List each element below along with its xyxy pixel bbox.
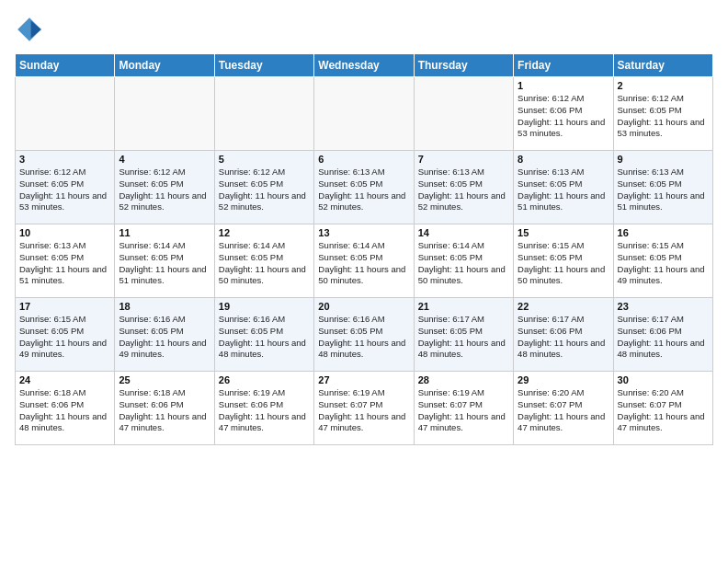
sunset-label: Sunset: 6:05 PM bbox=[618, 178, 682, 189]
calendar-cell bbox=[16, 77, 115, 151]
sunrise-label: Sunrise: 6:12 AM bbox=[19, 167, 85, 177]
calendar-cell: 20Sunrise: 6:16 AMSunset: 6:05 PMDayligh… bbox=[314, 298, 414, 372]
sunset-label: Sunset: 6:05 PM bbox=[418, 326, 483, 336]
sunrise-label: Sunrise: 6:13 AM bbox=[318, 167, 384, 177]
calendar-cell: 24Sunrise: 6:18 AMSunset: 6:06 PMDayligh… bbox=[16, 372, 115, 445]
day-detail: Sunrise: 6:15 AMSunset: 6:05 PMDaylight:… bbox=[518, 240, 609, 287]
sunset-label: Sunset: 6:05 PM bbox=[119, 178, 183, 189]
day-detail: Sunrise: 6:12 AMSunset: 6:05 PMDaylight:… bbox=[19, 167, 110, 213]
calendar-cell: 17Sunrise: 6:15 AMSunset: 6:05 PMDayligh… bbox=[16, 298, 115, 372]
daylight-label: Daylight: 11 hours and 47 minutes. bbox=[219, 411, 306, 433]
sunset-label: Sunset: 6:05 PM bbox=[318, 326, 382, 336]
calendar-header-friday: Friday bbox=[514, 54, 613, 77]
sunrise-label: Sunrise: 6:16 AM bbox=[219, 314, 285, 324]
sunset-label: Sunset: 6:05 PM bbox=[318, 178, 382, 189]
day-number: 18 bbox=[119, 301, 210, 312]
day-detail: Sunrise: 6:19 AMSunset: 6:06 PMDaylight:… bbox=[219, 387, 310, 434]
sunset-label: Sunset: 6:06 PM bbox=[119, 399, 183, 409]
day-number: 14 bbox=[418, 227, 509, 238]
day-number: 4 bbox=[119, 154, 210, 165]
daylight-label: Daylight: 11 hours and 47 minutes. bbox=[318, 411, 405, 433]
sunrise-label: Sunrise: 6:13 AM bbox=[418, 167, 484, 177]
daylight-label: Daylight: 11 hours and 47 minutes. bbox=[418, 411, 506, 433]
sunset-label: Sunset: 6:05 PM bbox=[219, 252, 283, 262]
sunset-label: Sunset: 6:07 PM bbox=[618, 399, 682, 409]
day-number: 10 bbox=[19, 227, 110, 238]
calendar-cell: 25Sunrise: 6:18 AMSunset: 6:06 PMDayligh… bbox=[115, 372, 214, 445]
calendar-cell: 3Sunrise: 6:12 AMSunset: 6:05 PMDaylight… bbox=[16, 151, 115, 224]
sunrise-label: Sunrise: 6:18 AM bbox=[119, 387, 185, 397]
day-number: 16 bbox=[618, 227, 709, 238]
sunrise-label: Sunrise: 6:14 AM bbox=[318, 240, 384, 250]
day-number: 2 bbox=[618, 80, 709, 91]
calendar-table: SundayMondayTuesdayWednesdayThursdayFrid… bbox=[15, 53, 713, 445]
day-detail: Sunrise: 6:12 AMSunset: 6:05 PMDaylight:… bbox=[618, 93, 709, 140]
day-detail: Sunrise: 6:12 AMSunset: 6:06 PMDaylight:… bbox=[518, 93, 609, 140]
sunset-label: Sunset: 6:05 PM bbox=[418, 252, 483, 262]
calendar-cell: 18Sunrise: 6:16 AMSunset: 6:05 PMDayligh… bbox=[115, 298, 214, 372]
sunset-label: Sunset: 6:05 PM bbox=[219, 178, 283, 189]
calendar-cell: 14Sunrise: 6:14 AMSunset: 6:05 PMDayligh… bbox=[414, 224, 513, 298]
daylight-label: Daylight: 11 hours and 52 minutes. bbox=[219, 190, 306, 213]
calendar-week-2: 10Sunrise: 6:13 AMSunset: 6:05 PMDayligh… bbox=[16, 224, 713, 298]
daylight-label: Daylight: 11 hours and 49 minutes. bbox=[618, 264, 705, 286]
sunrise-label: Sunrise: 6:13 AM bbox=[19, 240, 85, 250]
calendar-cell: 6Sunrise: 6:13 AMSunset: 6:05 PMDaylight… bbox=[314, 151, 414, 224]
sunrise-label: Sunrise: 6:17 AM bbox=[618, 314, 684, 324]
day-detail: Sunrise: 6:14 AMSunset: 6:05 PMDaylight:… bbox=[318, 240, 409, 287]
sunrise-label: Sunrise: 6:15 AM bbox=[518, 240, 584, 250]
calendar-cell: 26Sunrise: 6:19 AMSunset: 6:06 PMDayligh… bbox=[214, 372, 313, 445]
day-number: 8 bbox=[518, 154, 609, 165]
calendar-cell: 16Sunrise: 6:15 AMSunset: 6:05 PMDayligh… bbox=[613, 224, 712, 298]
day-detail: Sunrise: 6:13 AMSunset: 6:05 PMDaylight:… bbox=[19, 240, 110, 287]
sunrise-label: Sunrise: 6:13 AM bbox=[518, 167, 584, 177]
sunset-label: Sunset: 6:05 PM bbox=[618, 252, 682, 262]
day-number: 24 bbox=[19, 374, 110, 385]
day-detail: Sunrise: 6:19 AMSunset: 6:07 PMDaylight:… bbox=[418, 387, 509, 434]
calendar-header-thursday: Thursday bbox=[414, 54, 513, 77]
day-number: 21 bbox=[418, 301, 509, 312]
day-detail: Sunrise: 6:17 AMSunset: 6:06 PMDaylight:… bbox=[518, 314, 609, 361]
day-detail: Sunrise: 6:16 AMSunset: 6:05 PMDaylight:… bbox=[219, 314, 310, 361]
sunset-label: Sunset: 6:07 PM bbox=[418, 399, 483, 409]
sunrise-label: Sunrise: 6:19 AM bbox=[318, 387, 384, 397]
sunset-label: Sunset: 6:05 PM bbox=[618, 105, 682, 115]
day-number: 11 bbox=[119, 227, 210, 238]
day-number: 23 bbox=[618, 301, 709, 312]
day-detail: Sunrise: 6:19 AMSunset: 6:07 PMDaylight:… bbox=[318, 387, 409, 434]
daylight-label: Daylight: 11 hours and 51 minutes. bbox=[119, 264, 206, 286]
sunrise-label: Sunrise: 6:13 AM bbox=[618, 167, 684, 177]
sunset-label: Sunset: 6:05 PM bbox=[219, 326, 283, 336]
daylight-label: Daylight: 11 hours and 52 minutes. bbox=[418, 190, 506, 213]
day-number: 22 bbox=[518, 301, 609, 312]
day-detail: Sunrise: 6:12 AMSunset: 6:05 PMDaylight:… bbox=[119, 167, 210, 213]
page: SundayMondayTuesdayWednesdayThursdayFrid… bbox=[0, 0, 728, 454]
calendar-cell: 11Sunrise: 6:14 AMSunset: 6:05 PMDayligh… bbox=[115, 224, 214, 298]
calendar-cell: 10Sunrise: 6:13 AMSunset: 6:05 PMDayligh… bbox=[16, 224, 115, 298]
daylight-label: Daylight: 11 hours and 48 minutes. bbox=[19, 411, 107, 433]
daylight-label: Daylight: 11 hours and 47 minutes. bbox=[518, 411, 605, 433]
calendar-cell: 19Sunrise: 6:16 AMSunset: 6:05 PMDayligh… bbox=[214, 298, 313, 372]
day-number: 20 bbox=[318, 301, 409, 312]
calendar-cell: 23Sunrise: 6:17 AMSunset: 6:06 PMDayligh… bbox=[613, 298, 712, 372]
sunrise-label: Sunrise: 6:14 AM bbox=[219, 240, 285, 250]
day-detail: Sunrise: 6:20 AMSunset: 6:07 PMDaylight:… bbox=[618, 387, 709, 434]
day-number: 1 bbox=[518, 80, 609, 91]
calendar-cell: 8Sunrise: 6:13 AMSunset: 6:05 PMDaylight… bbox=[514, 151, 613, 224]
sunset-label: Sunset: 6:05 PM bbox=[119, 252, 183, 262]
sunrise-label: Sunrise: 6:15 AM bbox=[618, 240, 684, 250]
day-number: 5 bbox=[219, 154, 310, 165]
calendar-cell: 28Sunrise: 6:19 AMSunset: 6:07 PMDayligh… bbox=[414, 372, 513, 445]
calendar-header-sunday: Sunday bbox=[16, 54, 115, 77]
daylight-label: Daylight: 11 hours and 48 minutes. bbox=[318, 338, 405, 360]
daylight-label: Daylight: 11 hours and 53 minutes. bbox=[618, 117, 705, 139]
sunrise-label: Sunrise: 6:12 AM bbox=[518, 93, 584, 103]
sunrise-label: Sunrise: 6:12 AM bbox=[119, 167, 185, 177]
day-number: 29 bbox=[518, 374, 609, 385]
daylight-label: Daylight: 11 hours and 47 minutes. bbox=[119, 411, 206, 433]
logo-icon bbox=[15, 15, 44, 44]
calendar-cell: 15Sunrise: 6:15 AMSunset: 6:05 PMDayligh… bbox=[514, 224, 613, 298]
day-number: 26 bbox=[219, 374, 310, 385]
calendar-header-row: SundayMondayTuesdayWednesdayThursdayFrid… bbox=[16, 54, 713, 77]
calendar-cell: 22Sunrise: 6:17 AMSunset: 6:06 PMDayligh… bbox=[514, 298, 613, 372]
